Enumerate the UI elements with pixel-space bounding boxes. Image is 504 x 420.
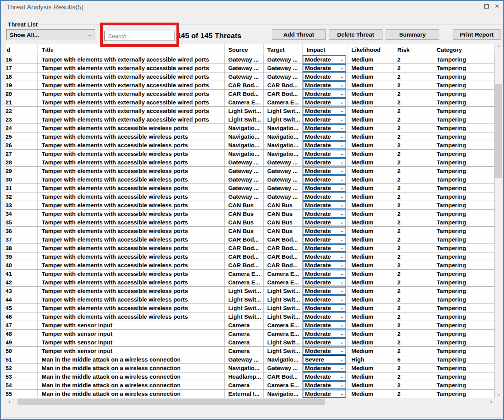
impact-dropdown[interactable]: Moderate ⌄ (303, 338, 346, 346)
table-row[interactable]: 55 Man in the middle attack on a wireles… (6, 390, 495, 398)
table-row[interactable]: 24 Tamper with elements with accessible … (6, 124, 495, 132)
scroll-down-icon[interactable]: ⌄ (495, 391, 502, 398)
header-cell-id[interactable]: d (6, 44, 38, 55)
table-row[interactable]: 47 Tamper with sensor input Camera Camer… (6, 321, 495, 330)
impact-dropdown[interactable]: Moderate ⌄ (303, 321, 346, 329)
table-row[interactable]: 35 Tamper with elements with accessible … (6, 218, 495, 227)
impact-dropdown[interactable]: Moderate ⌄ (303, 261, 346, 269)
table-row[interactable]: 41 Tamper with elements with accessible … (6, 270, 495, 278)
table-row[interactable]: 50 Tamper with sensor input Camera Light… (6, 347, 495, 355)
header-cell-target[interactable]: Target (264, 44, 303, 55)
impact-dropdown[interactable]: Moderate ⌄ (303, 347, 346, 355)
impact-dropdown[interactable]: Moderate ⌄ (303, 107, 346, 115)
delete-threat-button[interactable]: Delete Threat (329, 29, 382, 40)
table-row[interactable]: 18 Tamper with elements with externally … (6, 72, 495, 81)
table-row[interactable]: 54 Man in the middle attack on a wireles… (6, 381, 495, 390)
scroll-right-icon[interactable]: › (488, 398, 495, 406)
table-row[interactable]: 46 Tamper with elements with accessible … (6, 312, 495, 321)
table-row[interactable]: 39 Tamper with elements with accessible … (6, 252, 495, 261)
impact-dropdown[interactable]: Moderate ⌄ (303, 210, 346, 218)
impact-dropdown[interactable]: Moderate ⌄ (303, 244, 346, 252)
impact-dropdown[interactable]: Moderate ⌄ (303, 390, 346, 398)
impact-dropdown[interactable]: Moderate ⌄ (303, 98, 346, 106)
impact-dropdown[interactable]: Moderate ⌄ (303, 192, 346, 201)
table-row[interactable]: 49 Tamper with sensor input Camera Light… (6, 338, 495, 347)
table-row[interactable]: 25 Tamper with elements with accessible … (6, 132, 495, 141)
header-cell-impact[interactable]: Impact (303, 44, 347, 55)
table-row[interactable]: 16 Tamper with elements with externally … (6, 55, 495, 64)
impact-dropdown[interactable]: Moderate ⌄ (303, 270, 346, 278)
impact-dropdown[interactable]: Moderate ⌄ (303, 235, 346, 244)
table-row[interactable]: 31 Tamper with elements with accessible … (6, 184, 495, 192)
horizontal-scroll-thumb[interactable] (18, 399, 325, 405)
impact-dropdown[interactable]: Moderate ⌄ (303, 287, 346, 295)
table-row[interactable]: 29 Tamper with elements with accessible … (6, 167, 495, 175)
table-row[interactable]: 27 Tamper with elements with accessible … (6, 150, 495, 158)
impact-dropdown[interactable]: Severe ⌄ (303, 355, 346, 364)
table-row[interactable]: 22 Tamper with elements with externally … (6, 107, 495, 115)
header-cell-likelihood[interactable]: Likelihood (347, 44, 393, 55)
table-row[interactable]: 28 Tamper with elements with accessible … (6, 158, 495, 167)
header-cell-source[interactable]: Source (225, 44, 264, 55)
impact-dropdown[interactable]: Moderate ⌄ (303, 64, 346, 72)
table-row[interactable]: 34 Tamper with elements with accessible … (6, 210, 495, 218)
table-row[interactable]: 20 Tamper with elements with externally … (6, 90, 495, 98)
header-cell-title[interactable]: Title (38, 44, 225, 55)
horizontal-scrollbar[interactable]: ‹ › (6, 398, 495, 406)
impact-dropdown[interactable]: Moderate ⌄ (303, 252, 346, 261)
table-row[interactable]: 36 Tamper with elements with accessible … (6, 227, 495, 235)
scroll-up-icon[interactable]: ⌃ (495, 44, 502, 51)
table-row[interactable]: 23 Tamper with elements with externally … (6, 115, 495, 124)
table-row[interactable]: 38 Tamper with elements with accessible … (6, 244, 495, 252)
table-row[interactable]: 52 Man in the middle attack on a wireles… (6, 364, 495, 372)
impact-dropdown[interactable]: Moderate ⌄ (303, 167, 346, 175)
impact-dropdown[interactable]: Moderate ⌄ (303, 90, 346, 98)
impact-dropdown[interactable]: Moderate ⌄ (303, 124, 346, 132)
impact-dropdown[interactable]: Moderate ⌄ (303, 227, 346, 235)
table-row[interactable]: 48 Tamper with sensor input Camera Camer… (6, 330, 495, 338)
table-row[interactable]: 42 Tamper with elements with accessible … (6, 278, 495, 287)
table-row[interactable]: 45 Tamper with elements with accessible … (6, 304, 495, 312)
header-cell-category[interactable]: Category (432, 44, 495, 55)
table-row[interactable]: 43 Tamper with elements with accessible … (6, 287, 495, 295)
table-row[interactable]: 19 Tamper with elements with externally … (6, 81, 495, 90)
table-row[interactable]: 44 Tamper with elements with accessible … (6, 295, 495, 304)
impact-dropdown[interactable]: Moderate ⌄ (303, 304, 346, 312)
table-row[interactable]: 17 Tamper with elements with externally … (6, 64, 495, 72)
header-cell-risk[interactable]: Risk (393, 44, 432, 55)
maximize-button[interactable] (484, 4, 489, 9)
vertical-scroll-thumb[interactable] (495, 84, 502, 178)
impact-dropdown[interactable]: Moderate ⌄ (303, 184, 346, 192)
impact-dropdown[interactable]: Moderate ⌄ (303, 364, 346, 372)
impact-dropdown[interactable]: Moderate ⌄ (303, 150, 346, 158)
scroll-left-icon[interactable]: ‹ (6, 398, 13, 406)
impact-dropdown[interactable]: Moderate ⌄ (303, 72, 346, 81)
close-button[interactable]: ✕ (494, 3, 500, 11)
vertical-scrollbar[interactable]: ⌃ ⌄ (495, 44, 502, 398)
impact-dropdown[interactable]: Moderate ⌄ (303, 295, 346, 304)
print-report-button[interactable]: Print Report (453, 29, 500, 40)
table-row[interactable]: 32 Tamper with elements with accessible … (6, 192, 495, 201)
summary-button[interactable]: Summary (386, 29, 439, 40)
table-row[interactable]: 30 Tamper with elements with accessible … (6, 175, 495, 184)
table-row[interactable]: 33 Tamper with elements with accessible … (6, 201, 495, 210)
impact-dropdown[interactable]: Moderate ⌄ (303, 132, 346, 141)
impact-dropdown[interactable]: Moderate ⌄ (303, 381, 346, 389)
table-row[interactable]: 51 Man in the middle attack on a wireles… (6, 355, 495, 364)
impact-dropdown[interactable]: Moderate ⌄ (303, 141, 346, 149)
table-row[interactable]: 53 Man in the middle attack on a wireles… (6, 372, 495, 381)
table-row[interactable]: 21 Tamper with elements with externally … (6, 98, 495, 107)
impact-dropdown[interactable]: Moderate ⌄ (303, 158, 346, 166)
filter-dropdown[interactable]: Show All... ⌄ (6, 29, 95, 40)
impact-dropdown[interactable]: Moderate ⌄ (303, 81, 346, 89)
table-row[interactable]: 26 Tamper with elements with accessible … (6, 141, 495, 150)
impact-dropdown[interactable]: Moderate ⌄ (303, 55, 346, 64)
impact-dropdown[interactable]: Moderate ⌄ (303, 312, 346, 321)
impact-dropdown[interactable]: Moderate ⌄ (303, 278, 346, 286)
impact-dropdown[interactable]: Moderate ⌄ (303, 372, 346, 381)
impact-dropdown[interactable]: Moderate ⌄ (303, 175, 346, 184)
impact-dropdown[interactable]: Moderate ⌄ (303, 330, 346, 338)
table-row[interactable]: 37 Tamper with elements with accessible … (6, 235, 495, 244)
add-threat-button[interactable]: Add Threat (272, 29, 326, 40)
search-input[interactable] (104, 31, 175, 41)
